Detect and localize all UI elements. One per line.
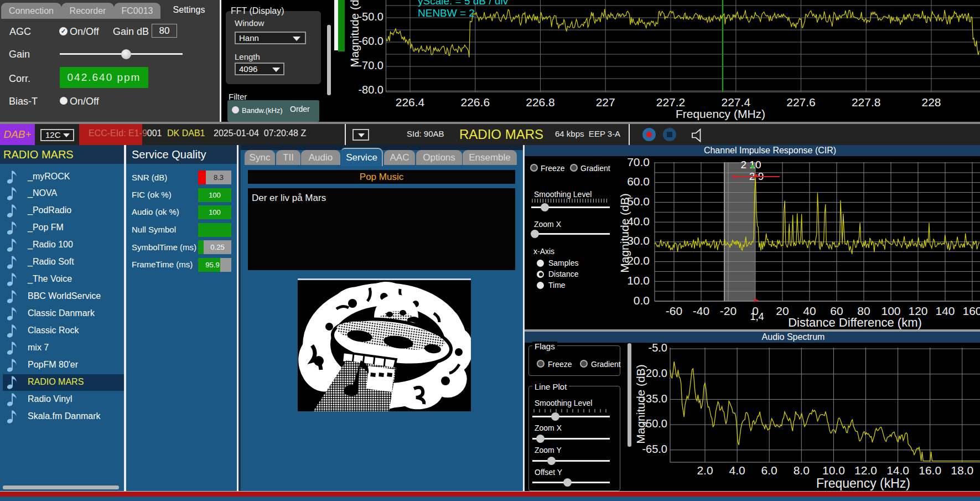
svg-text:2 10: 2 10 <box>741 159 761 171</box>
svg-text:Distance Difference (km): Distance Difference (km) <box>788 316 922 329</box>
svg-text:Magnitude (dB): Magnitude (dB) <box>636 364 647 444</box>
svg-text:-60.0: -60.0 <box>358 35 383 47</box>
svg-text:140: 140 <box>935 304 955 317</box>
svg-text:8.0: 8.0 <box>794 464 810 477</box>
svg-text:18.0: 18.0 <box>951 464 973 477</box>
svg-text:226.6: 226.6 <box>461 96 490 109</box>
svg-text:4.0: 4.0 <box>729 464 745 477</box>
svg-text:70.0: 70.0 <box>627 156 650 168</box>
svg-text:10.0: 10.0 <box>822 464 845 477</box>
svg-text:NENBW = 2: NENBW = 2 <box>418 7 475 19</box>
svg-text:10.0: 10.0 <box>627 274 650 287</box>
svg-text:228: 228 <box>921 96 941 109</box>
svg-text:Frequency (MHz): Frequency (MHz) <box>676 107 765 120</box>
svg-text:227.6: 227.6 <box>786 96 816 109</box>
svg-text:-70.0: -70.0 <box>358 59 383 71</box>
svg-text:-65.0: -65.0 <box>642 443 667 455</box>
svg-text:-80.0: -80.0 <box>358 84 383 96</box>
svg-text:yScale: = 5 dB / div: yScale: = 5 dB / div <box>418 0 509 7</box>
svg-text:226.8: 226.8 <box>526 96 555 109</box>
svg-text:-20: -20 <box>720 304 737 317</box>
svg-text:-40: -40 <box>693 304 709 317</box>
svg-text:Magnitude (dB): Magnitude (dB) <box>348 0 361 68</box>
svg-text:16.0: 16.0 <box>919 464 941 477</box>
svg-text:226.4: 226.4 <box>396 96 425 109</box>
svg-text:60.0: 60.0 <box>627 175 650 188</box>
svg-text:227.2: 227.2 <box>656 96 686 109</box>
svg-text:160: 160 <box>962 304 980 317</box>
svg-text:14.0: 14.0 <box>886 464 909 477</box>
svg-text:Frequency (kHz): Frequency (kHz) <box>816 476 910 490</box>
svg-text:-60: -60 <box>666 304 682 317</box>
svg-text:-5.0: -5.0 <box>649 342 667 354</box>
svg-text:227.4: 227.4 <box>722 96 751 109</box>
svg-text:227.8: 227.8 <box>852 96 881 109</box>
svg-text:Magnitude (dB): Magnitude (dB) <box>618 193 631 273</box>
svg-text:-50.0: -50.0 <box>358 11 383 23</box>
svg-text:12.0: 12.0 <box>854 464 877 477</box>
svg-text:2.0: 2.0 <box>697 464 713 477</box>
svg-text:0.0: 0.0 <box>634 294 650 307</box>
svg-text:1,4: 1,4 <box>750 311 764 322</box>
svg-text:227: 227 <box>596 96 615 109</box>
svg-text:20: 20 <box>776 304 789 317</box>
svg-text:6.0: 6.0 <box>761 464 777 477</box>
